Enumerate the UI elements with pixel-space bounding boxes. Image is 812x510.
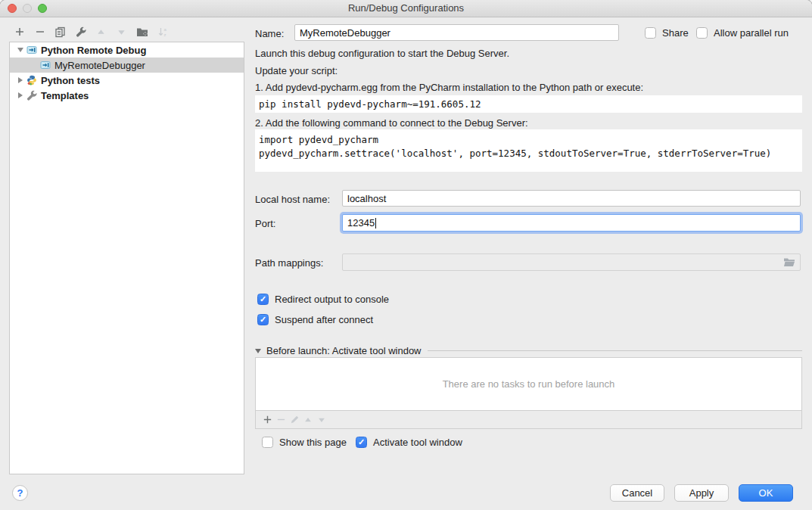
- move-up-button[interactable]: [91, 23, 111, 40]
- configurations-tree: Python Remote Debug MyRemoteDebugger Pyt…: [9, 42, 244, 474]
- tree-item-label: MyRemoteDebugger: [54, 60, 145, 71]
- local-host-name-input[interactable]: [342, 190, 801, 207]
- show-this-page-checkbox[interactable]: [262, 437, 273, 448]
- move-task-down-button[interactable]: [315, 412, 328, 428]
- add-configuration-button[interactable]: [9, 23, 30, 40]
- section-rule: [428, 350, 802, 351]
- wrench-icon: [26, 90, 37, 101]
- before-launch-toolbar: [255, 411, 802, 429]
- arrow-down-icon: [117, 27, 126, 37]
- path-mappings-input[interactable]: [342, 253, 801, 271]
- plus-icon: [263, 415, 272, 424]
- cancel-button[interactable]: Cancel: [610, 484, 664, 502]
- edit-task-button[interactable]: [288, 412, 301, 428]
- tree-item-python-remote-debug[interactable]: Python Remote Debug: [10, 42, 244, 58]
- plus-icon: [14, 26, 25, 37]
- svg-text:z: z: [163, 33, 166, 37]
- before-launch-empty-text: There are no tasks to run before launch: [443, 378, 615, 390]
- sort-configurations-button[interactable]: az: [152, 23, 173, 40]
- svg-text:a: a: [163, 27, 166, 32]
- text-caret: [375, 218, 376, 229]
- help-button[interactable]: ?: [12, 485, 28, 501]
- remove-task-button[interactable]: [274, 412, 288, 428]
- tree-item-label: Python Remote Debug: [41, 45, 146, 56]
- help-question-icon: ?: [17, 487, 23, 499]
- wrench-icon: [76, 26, 86, 37]
- minus-icon: [35, 26, 45, 37]
- redirect-output-label: Redirect output to console: [275, 294, 389, 305]
- title-bar: Run/Debug Configurations: [0, 0, 812, 17]
- instruction-step2: 2. Add the following command to connect …: [255, 117, 528, 129]
- activate-tool-window-checkbox[interactable]: [356, 437, 367, 448]
- chevron-collapsed-icon[interactable]: [18, 92, 23, 98]
- remove-configuration-button[interactable]: [30, 23, 50, 40]
- port-label: Port:: [255, 218, 275, 229]
- arrow-up-icon: [96, 27, 106, 37]
- chevron-expanded-icon[interactable]: [17, 48, 23, 52]
- local-host-name-label: Local host name:: [255, 194, 330, 205]
- sort-az-icon: az: [157, 26, 168, 37]
- tree-item-label: Templates: [41, 90, 89, 101]
- move-task-up-button[interactable]: [301, 412, 315, 428]
- tree-item-templates[interactable]: Templates: [10, 88, 244, 103]
- port-input[interactable]: 12345: [342, 214, 801, 232]
- code-line-2: pydevd_pycharm.settrace('localhost', por…: [259, 148, 771, 159]
- path-mappings-label: Path mappings:: [255, 257, 323, 269]
- show-this-page-label: Show this page: [279, 437, 347, 448]
- python-icon: [26, 75, 37, 86]
- dialog-buttons: Cancel Apply OK: [610, 484, 793, 502]
- run-debug-configurations-dialog: Run/Debug Configurations az: [0, 0, 812, 510]
- tree-item-myremotedebugger[interactable]: MyRemoteDebugger: [10, 58, 244, 73]
- edit-templates-button[interactable]: [70, 23, 91, 40]
- add-task-button[interactable]: [260, 412, 274, 428]
- before-launch-task-list[interactable]: There are no tasks to run before launch: [255, 357, 802, 411]
- redirect-output-checkbox[interactable]: [257, 294, 269, 305]
- folder-plus-icon: [136, 26, 148, 37]
- suspend-after-connect-checkbox[interactable]: [257, 314, 269, 325]
- share-checkbox[interactable]: [645, 27, 656, 39]
- before-launch-header[interactable]: Before launch: Activate tool window: [255, 345, 802, 356]
- chevron-collapsed-icon[interactable]: [18, 77, 23, 83]
- code-line-1: import pydevd_pycharm: [259, 134, 378, 145]
- apply-button[interactable]: Apply: [674, 484, 729, 502]
- suspend-after-connect-label: Suspend after connect: [275, 314, 373, 325]
- pencil-icon: [290, 415, 300, 424]
- before-launch-title: Before launch: Activate tool window: [266, 345, 422, 356]
- settrace-code-block: import pydevd_pycharm pydevd_pycharm.set…: [255, 129, 802, 172]
- remote-debug-config-icon: [39, 60, 51, 71]
- name-input[interactable]: [294, 24, 619, 41]
- chevron-expanded-icon[interactable]: [255, 349, 261, 353]
- tree-item-label: Python tests: [41, 75, 100, 86]
- tree-item-python-tests[interactable]: Python tests: [10, 73, 244, 88]
- configurations-toolbar: az: [9, 23, 173, 41]
- new-folder-button[interactable]: [132, 23, 152, 40]
- folder-icon[interactable]: [783, 257, 795, 267]
- allow-parallel-run-checkbox[interactable]: [696, 27, 708, 39]
- copy-configuration-button[interactable]: [50, 23, 70, 40]
- minus-icon: [276, 415, 286, 424]
- remote-debug-config-icon: [26, 45, 37, 56]
- pip-install-command: pip install pydevd-pycharm~=191.6605.12: [255, 95, 802, 113]
- allow-parallel-run-label: Allow parallel run: [714, 27, 789, 39]
- share-label: Share: [662, 27, 689, 39]
- instruction-step1: 1. Add pydevd-pycharm.egg from the PyCha…: [255, 82, 643, 93]
- instruction-launch: Launch this debug configuration to start…: [255, 48, 509, 59]
- arrow-up-icon: [303, 415, 313, 424]
- activate-tool-window-label: Activate tool window: [373, 437, 462, 448]
- arrow-down-icon: [317, 415, 326, 424]
- window-title: Run/Debug Configurations: [0, 2, 812, 14]
- name-label: Name:: [255, 28, 284, 39]
- instruction-update: Update your script:: [255, 65, 338, 76]
- copy-icon: [54, 26, 66, 38]
- move-down-button[interactable]: [111, 23, 132, 40]
- ok-button[interactable]: OK: [739, 484, 793, 502]
